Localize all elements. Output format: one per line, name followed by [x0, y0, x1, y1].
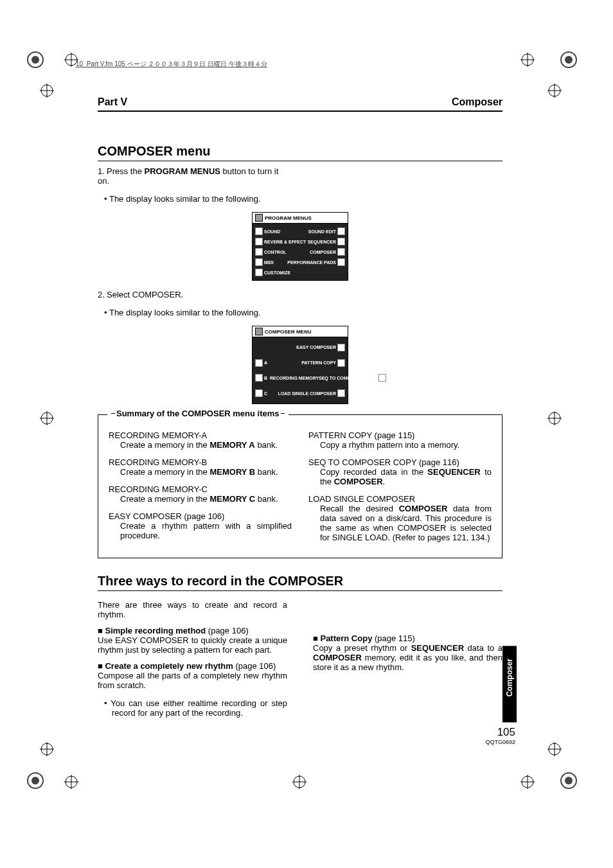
three-ways-left-column: There are three ways to create and recor…: [98, 596, 287, 726]
regmark-bottom-center: [292, 775, 312, 794]
regmark-left-inner: [40, 84, 59, 103]
regmark-top-right-inner: [520, 53, 540, 72]
svg-point-9: [565, 56, 573, 64]
summary-item-seqcopy: SEQ TO COMPOSER COPY (page 116): [308, 457, 492, 467]
step-2-text: Select COMPOSER.: [107, 290, 183, 299]
section-title-composer-menu: COMPOSER menu: [98, 144, 502, 161]
summary-item-easy-desc: Create a rhythm pattern with a simplifie…: [109, 521, 292, 540]
lcd2-right-1: PATTERN COPY: [301, 360, 336, 365]
page-footer: 105 QQTG0692: [485, 726, 515, 745]
regmark-left-mid: [40, 411, 59, 430]
section-title-three-ways: Three ways to record in the COMPOSER: [98, 574, 502, 591]
lcd1-sequencer-icon: [337, 238, 345, 245]
regmark-right-mid: [547, 411, 567, 430]
lcd1-title: PROGRAM MENUS: [253, 213, 348, 224]
lcd1-title-icon: [255, 214, 263, 222]
summary-item-rec-b: RECORDING MEMORY-B: [109, 457, 292, 467]
method-1-title: Simple recording method: [105, 626, 206, 635]
method-1-body: Use EASY COMPOSER to quickly create a un…: [98, 635, 287, 655]
side-tab-composer: Composer: [502, 646, 517, 722]
lcd2-left-label: RECORDING MEMORY: [270, 376, 319, 380]
summary-item-rec-a: RECORDING MEMORY-A: [109, 430, 292, 440]
lcd1-left-4: CUSTOMIZE: [264, 270, 290, 275]
lcd1-control-icon: [255, 248, 263, 256]
summary-box: Summary of the COMPOSER menu items RECOR…: [98, 414, 502, 558]
summary-item-rec-b-desc: Create a memory in the MEMORY B bank.: [109, 467, 292, 477]
lcd2-pattern-icon: [337, 359, 345, 367]
header-right: Composer: [452, 96, 502, 108]
lcd-program-menus: PROGRAM MENUS SOUNDSOUND EDIT REVERB & E…: [204, 212, 396, 281]
regmark-bottom-left-center: [64, 775, 84, 794]
method-3-title: Pattern Copy: [320, 633, 372, 643]
method-2-title: Create a completely new rhythm: [105, 661, 233, 671]
lcd1-left-1: REVERB & EFFECT: [264, 240, 306, 244]
lcd2-right-2: SEQ TO COMPOSER COPY: [319, 376, 377, 380]
lcd1-left-2: CONTROL: [264, 250, 287, 254]
lcd2-a-icon: [255, 359, 263, 367]
lcd2-load-icon: [337, 389, 345, 397]
lcd2-b-icon: [255, 374, 263, 382]
lcd1-perfpads-icon: [337, 258, 345, 266]
lcd1-left-3: MIDI: [264, 260, 274, 265]
summary-item-pattern: PATTERN COPY (page 115): [308, 430, 492, 440]
running-header: Part V Composer: [98, 96, 502, 112]
lcd2-right-0: EASY COMPOSER: [296, 345, 336, 350]
lcd2-title-icon: [255, 328, 263, 335]
lcd2-easy-icon: [337, 344, 345, 351]
summary-item-load-desc: Recall the desired COMPOSER data from da…: [308, 504, 492, 542]
lcd2-left-c: C: [264, 391, 267, 396]
method-2-body: Compose all the parts of a completely ne…: [98, 671, 287, 690]
regmark-right-bottom-inner: [547, 742, 567, 761]
regmark-top-left: [26, 50, 45, 69]
summary-right-column: PATTERN COPY (page 115)Copy a rhythm pat…: [308, 423, 492, 542]
step-1-bullet-1: The display looks similar to the followi…: [98, 194, 290, 204]
lcd2-left-b: B: [264, 376, 267, 380]
step-2-bullet-1: The display looks similar to the followi…: [98, 308, 290, 317]
step-2: 2.Select COMPOSER.: [98, 290, 290, 299]
method-2-bullets: You can use either realtime recording or…: [98, 698, 287, 718]
lcd1-right-2: COMPOSER: [310, 250, 336, 254]
svg-point-40: [565, 777, 573, 784]
summary-title: Summary of the COMPOSER menu items: [107, 409, 289, 418]
summary-item-rec-c: RECORDING MEMORY-C: [109, 484, 292, 494]
summary-item-rec-a-desc: Create a memory in the MEMORY A bank.: [109, 440, 292, 450]
step-2-bullets: The display looks similar to the followi…: [98, 308, 290, 317]
svg-point-1: [31, 56, 39, 64]
lcd2-left-a: A: [264, 360, 267, 365]
step-1-text: Press the PROGRAM MENUS button to turn i…: [98, 166, 278, 186]
regmark-bottom-right: [559, 771, 578, 790]
regmark-left-bottom-inner: [40, 742, 59, 761]
lcd1-right-1: SEQUENCER: [308, 240, 336, 244]
page-number: 105: [485, 726, 515, 739]
method-3-body: Copy a preset rhythm or SEQUENCER data t…: [313, 643, 502, 672]
summary-item-seqcopy-desc: Copy recorded data in the SEQUENCER to t…: [308, 467, 492, 486]
step-1-bullets: The display looks similar to the followi…: [98, 194, 290, 204]
svg-point-32: [31, 777, 39, 784]
lcd1-soundedit-icon: [337, 227, 345, 235]
regmark-bottom-right-center: [520, 775, 540, 794]
lcd-composer-menu: COMPOSER MENU EASY COMPOSER APATTERN COP…: [204, 326, 396, 404]
lcd1-customize-icon: [255, 269, 263, 276]
lcd1-reverb-icon: [255, 238, 263, 245]
summary-item-load: LOAD SINGLE COMPOSER: [308, 494, 492, 504]
print-metadata: 10_Part V.fm 105 ページ ２００３年３月９日 日曜日 午後３時４…: [76, 60, 267, 69]
regmark-top-right: [559, 50, 578, 69]
lcd1-composer-icon: [337, 248, 345, 256]
lcd1-right-3: PERFORMANCE PADS: [287, 260, 336, 265]
summary-item-easy: EASY COMPOSER (page 106): [109, 511, 292, 521]
lcd1-right-0: SOUND EDIT: [308, 229, 336, 234]
three-ways-right-column: ■ Pattern Copy (page 115) Copy a preset …: [313, 596, 502, 726]
method-3-page: (page 115): [372, 633, 415, 643]
doc-code: QQTG0692: [485, 739, 515, 745]
step-2-number: 2.: [98, 290, 107, 299]
header-left: Part V: [98, 96, 127, 108]
summary-item-pattern-desc: Copy a rhythm pattern into a memory.: [308, 440, 492, 450]
lcd1-sound-icon: [255, 227, 263, 235]
regmark-bottom-left: [26, 771, 45, 790]
method-2-bullet-1: You can use either realtime recording or…: [98, 698, 287, 718]
lcd2-title: COMPOSER MENU: [253, 326, 348, 337]
step-1: 1.Press the PROGRAM MENUS button to turn…: [98, 166, 290, 186]
lcd1-midi-icon: [255, 258, 263, 266]
lcd1-left-0: SOUND: [264, 229, 280, 234]
step-1-number: 1.: [98, 166, 107, 176]
